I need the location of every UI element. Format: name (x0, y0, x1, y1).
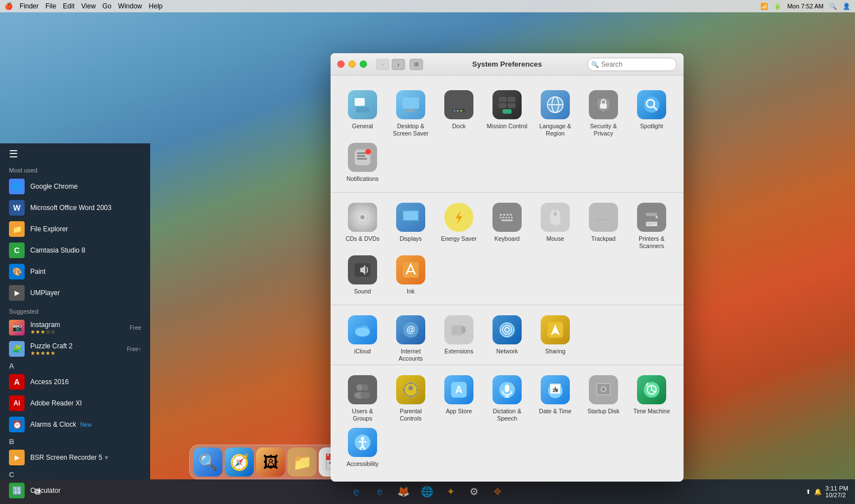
pref-users[interactable]: Users & Groups (340, 370, 385, 420)
taskbar-unknown[interactable]: ✦ (439, 479, 462, 504)
search-input[interactable] (587, 58, 677, 71)
app-paint[interactable]: 🎨 Paint (0, 261, 150, 282)
pref-dock[interactable]: Dock (436, 85, 482, 135)
app-bsr[interactable]: ▶ BSR Screen Recorder 5 ▾ (0, 447, 150, 468)
wifi-icon[interactable]: 📶 (760, 3, 768, 10)
hamburger-icon[interactable]: ☰ (9, 148, 18, 160)
pref-extensions[interactable]: Extensions (436, 310, 482, 360)
finder-menu[interactable]: Finder (20, 2, 39, 10)
app-word[interactable]: W Microsoft Office Word 2003 (0, 197, 150, 218)
suggested-puzzle[interactable]: 🧩 Puzzle Craft 2 ★★★★★ Free↑ (0, 338, 150, 360)
back-button[interactable]: ‹ (376, 59, 389, 70)
pref-datetime[interactable]: 18 Date & Time (532, 370, 578, 420)
app-access[interactable]: A Access 2016 (0, 371, 150, 393)
close-button[interactable] (337, 60, 345, 68)
pref-language[interactable]: Language & Region (532, 85, 578, 135)
grid-button[interactable]: ⊞ (410, 59, 423, 70)
taskbar-misc[interactable]: ❖ (486, 479, 509, 504)
app-umplayer[interactable]: ▶ UMPlayer (0, 282, 150, 304)
user-icon[interactable]: 👤 (843, 3, 851, 10)
app-adobe[interactable]: Ai Adobe Reader XI (0, 393, 150, 414)
pref-sharing[interactable]: Sharing (532, 310, 578, 360)
bsr-arrow[interactable]: ▾ (105, 454, 108, 461)
svg-rect-52 (501, 220, 513, 221)
ink-icon (396, 255, 425, 284)
pref-mouse[interactable]: Mouse (532, 197, 578, 248)
edit-menu[interactable]: Edit (63, 2, 75, 10)
pref-dictation[interactable]: Dictation & Speech (484, 370, 530, 420)
pref-trackpad[interactable]: Trackpad (580, 197, 626, 248)
pref-mission[interactable]: Mission Control (484, 85, 530, 135)
svg-rect-49 (505, 217, 507, 218)
dock-safari[interactable]: 🧭 (225, 447, 254, 477)
window-nav: ‹ › ⊞ (376, 59, 423, 70)
taskbar-firefox[interactable]: 🦊 (392, 479, 415, 504)
instagram-info: Instagram ★★★☆☆ (30, 321, 60, 335)
view-menu[interactable]: View (81, 2, 96, 10)
pref-energy[interactable]: Energy Saver (436, 197, 482, 248)
pref-keyboard[interactable]: Keyboard (484, 197, 530, 248)
paint-icon: 🎨 (9, 264, 25, 279)
svg-point-62 (656, 216, 658, 218)
pref-desktop[interactable]: Desktop & Screen Saver (388, 85, 434, 135)
explorer-icon: 📁 (9, 221, 25, 237)
pref-parental[interactable]: Parental Controls (388, 370, 434, 420)
svg-rect-46 (510, 214, 512, 216)
pref-startup[interactable]: Startup Disk (580, 370, 626, 420)
taskbar-chrome[interactable]: 🌐 (416, 479, 438, 504)
svg-rect-50 (508, 217, 510, 218)
app-alarms[interactable]: ⏰ Alarms & Clock New (0, 414, 150, 435)
app-camtasia[interactable]: C Camtasia Studio 8 (0, 240, 150, 261)
taskbar-ie[interactable]: e (369, 479, 391, 504)
file-menu[interactable]: File (45, 2, 56, 10)
battery-icon[interactable]: 🔋 (774, 3, 782, 10)
pref-appstore[interactable]: A App Store (436, 370, 482, 420)
word-label: Microsoft Office Word 2003 (30, 204, 111, 212)
app-chrome[interactable]: 🌐 Google Chrome (0, 176, 150, 197)
app-calculator[interactable]: 🔢 Calculator (0, 480, 150, 501)
notifications-btn[interactable]: 🔔 (814, 488, 822, 496)
pref-displays[interactable]: Displays (388, 197, 434, 248)
pref-timemachine[interactable]: Time Machine (629, 370, 675, 420)
svg-rect-60 (647, 223, 656, 223)
letter-a: A (0, 360, 150, 371)
suggested-instagram[interactable]: 📷 Instagram ★★★☆☆ Free (0, 317, 150, 338)
pref-general[interactable]: General (340, 85, 385, 135)
spotlight-icon[interactable]: 🔍 (829, 3, 837, 10)
taskbar-settings[interactable]: ⚙ (463, 479, 485, 504)
sharing-icon (541, 315, 570, 344)
pref-security[interactable]: Security & Privacy (580, 85, 626, 135)
dock-folder[interactable]: 📁 (287, 447, 317, 477)
pref-network[interactable]: Network (484, 310, 530, 360)
pref-printers[interactable]: Printers & Scanners (629, 197, 675, 248)
show-desktop[interactable]: ⬆ (806, 488, 811, 496)
help-menu[interactable]: Help (149, 2, 163, 10)
pref-spotlight[interactable]: Spotlight (629, 85, 675, 135)
go-menu[interactable]: Go (103, 2, 111, 10)
timemachine-icon (637, 375, 666, 404)
pref-ink[interactable]: Ink (388, 250, 434, 300)
pref-icloud[interactable]: iCloud (340, 310, 385, 360)
icloud-icon (348, 315, 377, 344)
pref-sound[interactable]: Sound (340, 250, 385, 300)
pref-notifications[interactable]: Notifications (340, 137, 385, 188)
pref-cds[interactable]: CDs & DVDs (340, 197, 385, 248)
language-label: Language & Region (535, 123, 576, 137)
bsr-info: BSR Screen Recorder 5 ▾ (30, 454, 108, 461)
svg-point-88 (408, 386, 413, 390)
forward-button[interactable]: › (392, 59, 405, 70)
spotlight-icon-pref (637, 90, 666, 119)
taskbar-edge[interactable]: e (345, 479, 368, 504)
search-box: 🔍 (587, 58, 677, 71)
pref-accessibility[interactable]: Accessibility (340, 422, 385, 473)
apple-menu[interactable]: 🍎 (4, 2, 13, 10)
maximize-button[interactable] (360, 60, 367, 68)
dock-photos[interactable]: 🖼 (256, 447, 285, 477)
app-explorer[interactable]: 📁 File Explorer (0, 218, 150, 240)
window-menu[interactable]: Window (118, 2, 142, 10)
svg-rect-6 (451, 99, 467, 110)
dock-finder[interactable]: 🔍 (193, 447, 222, 477)
pref-internet[interactable]: @ Internet Accounts (388, 310, 434, 360)
instagram-icon: 📷 (9, 320, 25, 335)
minimize-button[interactable] (348, 60, 356, 68)
